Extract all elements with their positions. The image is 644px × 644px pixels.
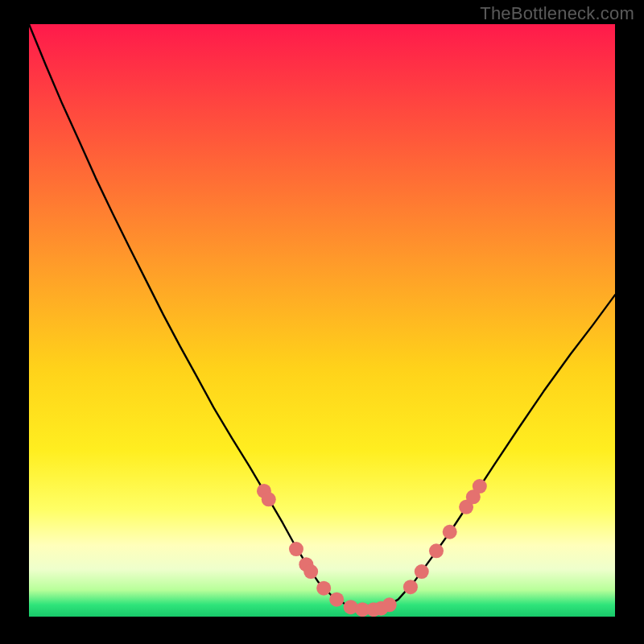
data-marker	[443, 525, 457, 539]
data-marker	[303, 564, 318, 579]
data-marker	[316, 581, 331, 596]
gradient-background	[29, 24, 615, 617]
data-marker	[429, 543, 444, 558]
data-marker	[473, 479, 487, 493]
data-marker	[382, 597, 397, 612]
data-marker	[403, 580, 418, 594]
bottleneck-chart	[0, 0, 644, 644]
data-marker	[289, 542, 303, 556]
chart-frame: TheBottleneck.com	[0, 0, 644, 644]
data-marker	[415, 564, 429, 579]
watermark-text: TheBottleneck.com	[480, 3, 634, 24]
data-marker	[262, 492, 276, 506]
data-marker	[329, 592, 344, 607]
